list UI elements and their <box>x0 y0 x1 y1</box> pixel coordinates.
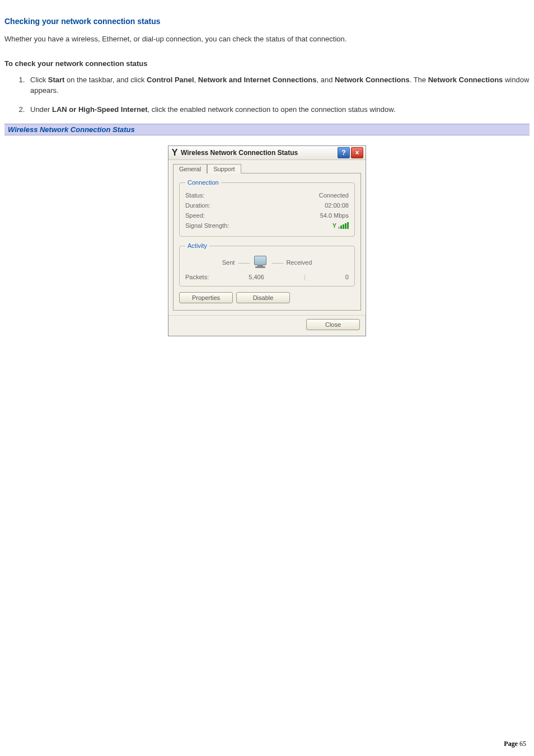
connection-group: Connection Status: Connected Duration: 0… <box>179 179 355 237</box>
text: Click <box>30 76 48 84</box>
packets-sent: 5,406 <box>249 274 264 280</box>
received-label: Received <box>286 259 312 266</box>
text: Under <box>30 105 52 114</box>
dash-icon: —— <box>238 259 249 266</box>
bold-network-internet: Network and Internet Connections <box>198 76 317 84</box>
tab-strip: General Support <box>168 160 366 173</box>
status-dialog: Y Wireless Network Connection Status ? ×… <box>168 145 366 336</box>
close-button[interactable]: × <box>351 147 363 158</box>
activity-values: Packets: 5,406 | 0 <box>185 274 349 280</box>
bold-lan: LAN or High-Speed Internet <box>52 105 147 114</box>
page-footer: Page 65 <box>504 740 526 748</box>
text: . The <box>410 76 428 84</box>
packets-label: Packets: <box>185 274 209 280</box>
bold-control-panel: Control Panel <box>147 76 194 84</box>
packets-received: 0 <box>345 274 349 280</box>
step-2: Under LAN or High-Speed Internet, click … <box>27 104 530 115</box>
tab-support[interactable]: Support <box>207 164 241 173</box>
group-legend: Connection <box>185 179 221 186</box>
activity-group: Activity Sent —— —— Received <box>179 242 355 287</box>
signal-value: Y <box>332 222 349 229</box>
page-label: Page <box>504 740 518 748</box>
help-button[interactable]: ? <box>338 147 350 158</box>
status-value: Connected <box>319 192 349 199</box>
computer-icon <box>252 256 268 269</box>
signal-bars-icon: Y <box>332 222 349 229</box>
signal-label: Signal Strength: <box>185 222 229 229</box>
disable-button[interactable]: Disable <box>236 292 290 303</box>
text: , <box>194 76 198 84</box>
duration-label: Duration: <box>185 202 210 209</box>
bold-window-name: Network Connections <box>428 76 503 84</box>
bold-network-connections: Network Connections <box>335 76 410 84</box>
close-dialog-button[interactable]: Close <box>306 319 360 330</box>
dialog-title: Wireless Network Connection Status <box>181 149 336 157</box>
steps-heading: To check your network connection status <box>4 59 530 68</box>
text: on the taskbar, and click <box>64 76 147 84</box>
properties-button[interactable]: Properties <box>179 292 233 303</box>
page-number: 65 <box>519 740 526 748</box>
wireless-icon: Y <box>171 148 179 158</box>
button-row: Properties Disable <box>179 292 355 303</box>
intro-paragraph: Whether you have a wireless, Ethernet, o… <box>4 34 530 45</box>
tab-panel: Connection Status: Connected Duration: 0… <box>173 173 361 311</box>
activity-header: Sent —— —— Received <box>185 253 349 274</box>
dash-icon: —— <box>271 259 283 266</box>
bold-start: Start <box>48 76 65 84</box>
dialog-footer: Close <box>168 315 366 336</box>
status-label: Status: <box>185 192 204 199</box>
steps-list: Click Start on the taskbar, and click Co… <box>4 74 530 115</box>
step-1: Click Start on the taskbar, and click Co… <box>27 74 530 96</box>
duration-value: 02:00:08 <box>325 202 349 209</box>
title-bar[interactable]: Y Wireless Network Connection Status ? × <box>168 146 366 160</box>
dialog-container: Y Wireless Network Connection Status ? ×… <box>4 145 530 336</box>
figure-caption: Wireless Network Connection Status <box>4 124 530 135</box>
group-legend: Activity <box>185 242 209 249</box>
speed-label: Speed: <box>185 212 205 219</box>
text: , click the enabled network connection t… <box>147 105 395 114</box>
separator: | <box>304 274 306 280</box>
sent-label: Sent <box>222 259 235 266</box>
page: Checking your network connection status … <box>0 0 534 756</box>
section-title: Checking your network connection status <box>4 17 530 26</box>
text: , and <box>317 76 335 84</box>
tab-general[interactable]: General <box>173 164 207 173</box>
speed-value: 54.0 Mbps <box>320 212 349 219</box>
